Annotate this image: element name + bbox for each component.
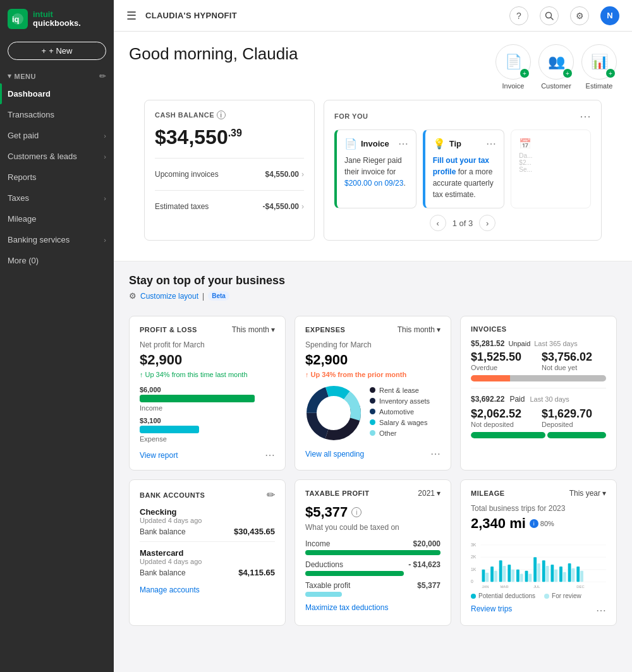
taxable-profit-row: Taxable profit $5,377 (305, 581, 441, 597)
mileage-bar-chart: 3K 2K 1K 0 (471, 539, 606, 590)
income-bar-row: $6,000 Income (140, 386, 275, 412)
cash-balance-label: CASH BALANCE i (155, 111, 304, 119)
main-content: Good morning, Claudia 📄 + Invoice 👥 + Cu… (114, 32, 632, 672)
fill-tax-profile-link[interactable]: Fill out your tax profile (433, 156, 489, 176)
customize-row: ⚙ Customize layout | Beta (129, 291, 617, 301)
svg-rect-36 (559, 567, 562, 582)
quick-action-customer[interactable]: 👥 + Customer (538, 44, 574, 90)
expenses-period-dropdown[interactable]: This month ▾ (398, 325, 441, 334)
mileage-info-icon[interactable]: i (530, 519, 538, 528)
svg-rect-22 (499, 560, 502, 582)
profit-loss-widget: PROFIT & LOSS This month ▾ Net profit fo… (129, 316, 286, 471)
sidebar-item-mileage[interactable]: Mileage (0, 208, 114, 229)
mileage-period-dropdown[interactable]: This year ▾ (569, 489, 606, 498)
svg-text:DEC: DEC (576, 585, 584, 589)
view-spending-link[interactable]: View all spending (305, 450, 364, 459)
help-icon[interactable]: ? (509, 6, 528, 25)
mileage-subtitle: Total business trips for 2023 (471, 504, 606, 513)
greeting-section: Good morning, Claudia 📄 + Invoice 👥 + Cu… (114, 32, 632, 261)
upcoming-invoices-row: Upcoming invoices $4,550.00 › (155, 165, 304, 184)
pipe-separator: | (202, 292, 204, 301)
pnl-dots[interactable]: ⋯ (265, 449, 275, 461)
sidebar-item-dashboard[interactable]: Dashboard (0, 83, 114, 104)
nav-list: DashboardTransactionsGet paid›Customers … (0, 83, 114, 271)
not-due-bar (510, 375, 606, 381)
exp-subtitle: Spending for March (305, 340, 441, 349)
for-you-card: FOR YOU ⋯ 📄 Invoice ⋯ (324, 100, 602, 241)
bank-account-checking: Checking Updated 4 days ago Bank balance… (140, 507, 275, 542)
pnl-amount: $2,900 (140, 352, 275, 368)
sidebar-item-transactions[interactable]: Transactions (0, 104, 114, 125)
tip-notif-title: Tip (449, 139, 461, 148)
quick-action-icon-invoice: 📄 + (495, 44, 531, 80)
svg-rect-26 (516, 570, 520, 582)
bank-edit-icon[interactable]: ✏ (267, 489, 275, 501)
bank-accounts-list: Checking Updated 4 days ago Bank balance… (140, 507, 275, 584)
for-you-dots[interactable]: ⋯ (580, 109, 591, 123)
settings-icon[interactable]: ⚙ (570, 6, 589, 25)
main-area: ☰ CLAUDIA'S HYPNOFIT ? ⚙ N Good morning,… (114, 0, 632, 672)
cards-row: CASH BALANCE i $34,550.39 Upcoming invoi… (129, 100, 617, 251)
svg-text:JUL: JUL (533, 585, 540, 589)
exp-trend: ↑ Up 34% from the prior month (305, 371, 441, 378)
beta-badge: Beta (208, 291, 229, 301)
deductions-tax-row: Deductions - $14,623 (305, 560, 441, 576)
svg-rect-30 (533, 557, 537, 582)
sidebar-item-customers-leads[interactable]: Customers & leads› (0, 146, 114, 167)
tip-notif-body: Fill out your tax profile for a more acc… (433, 155, 497, 200)
invoices-unpaid-row: $5,281.52 Unpaid Last 365 days (471, 339, 606, 348)
maximize-deductions-link[interactable]: Maximize tax deductions (305, 603, 388, 612)
quick-action-icon-customer: 👥 + (538, 44, 574, 80)
quick-action-estimate[interactable]: 📊 + Estimate (581, 44, 617, 90)
svg-text:iq: iq (12, 15, 20, 24)
pagination-next[interactable]: › (479, 215, 495, 231)
svg-rect-37 (563, 572, 566, 582)
svg-text:2K: 2K (471, 555, 477, 559)
legend-item-inventory-assets: Inventory assets (370, 397, 441, 405)
svg-text:3K: 3K (471, 543, 477, 547)
taxable-year-dropdown[interactable]: 2021 ▾ (418, 489, 441, 498)
new-button[interactable]: + + New (8, 42, 106, 60)
expenses-donut-chart (305, 385, 362, 441)
sidebar-item-banking-services[interactable]: Banking services› (0, 229, 114, 250)
tip-notif-dots[interactable]: ⋯ (486, 138, 496, 150)
sidebar-item-reports[interactable]: Reports (0, 167, 114, 188)
taxable-profit-widget: TAXABLE PROFIT 2021 ▾ $5,377 i What you … (295, 479, 451, 626)
sidebar-item-more[interactable]: More (0) (0, 250, 114, 271)
hamburger-icon[interactable]: ☰ (126, 9, 137, 23)
pnl-trend: ↑ Up 34% from this time last month (140, 371, 275, 378)
cash-balance-info-icon[interactable]: i (217, 111, 226, 119)
svg-text:1K: 1K (471, 567, 477, 572)
third-notification-partial: 📅 Da...$2...Se... (511, 129, 591, 208)
taxable-info-icon[interactable]: i (351, 507, 362, 517)
menu-edit-icon[interactable]: ✏ (99, 71, 106, 81)
mileage-pct: i 80% (530, 519, 554, 528)
mileage-amount-row: 2,340 mi i 80% (471, 515, 606, 532)
sidebar-item-taxes[interactable]: Taxes› (0, 188, 114, 208)
review-trips-link[interactable]: Review trips (471, 604, 512, 616)
avatar[interactable]: N (600, 6, 619, 25)
quick-action-invoice[interactable]: 📄 + Invoice (495, 44, 531, 90)
svg-rect-32 (542, 560, 545, 582)
customize-link[interactable]: Customize layout (140, 292, 198, 301)
cash-amount: $34,550.39 (155, 126, 304, 149)
view-report-link[interactable]: View report (140, 451, 178, 460)
quick-action-icon-estimate: 📊 + (581, 44, 617, 80)
logo-icon: iq (8, 9, 28, 29)
mileage-chart: 3K 2K 1K 0 (471, 539, 606, 590)
search-icon[interactable] (540, 6, 559, 25)
sidebar-item-get-paid[interactable]: Get paid› (0, 125, 114, 146)
legend-item-other: Other (370, 429, 441, 437)
pagination-prev[interactable]: ‹ (430, 215, 446, 231)
taxable-amount: $5,377 (305, 504, 348, 520)
svg-rect-38 (568, 563, 571, 582)
invoice-notif-body: Jane Rieger paid their invoice for $200.… (344, 155, 408, 189)
manage-accounts-link[interactable]: Manage accounts (140, 585, 200, 594)
pnl-trend-arrow: ↑ (140, 371, 143, 378)
expenses-dots[interactable]: ⋯ (430, 448, 441, 460)
svg-rect-18 (482, 570, 485, 582)
invoice-notif-dots[interactable]: ⋯ (398, 138, 408, 150)
tip-notification: 💡 Tip ⋯ Fill out your tax profile for a … (423, 129, 505, 208)
mileage-dots[interactable]: ⋯ (596, 604, 606, 616)
pnl-period-dropdown[interactable]: This month ▾ (232, 325, 275, 334)
